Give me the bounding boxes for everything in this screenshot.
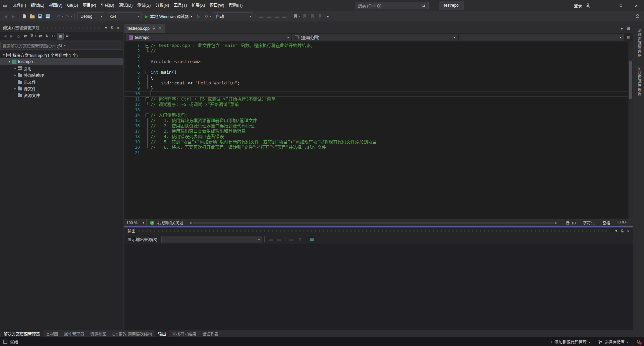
fold-collapse-icon[interactable] xyxy=(144,113,151,118)
tool-window-tab[interactable]: 解决方案资源管理器 xyxy=(1,330,43,337)
toggle-bookmark-icon[interactable] xyxy=(292,13,299,20)
horizontal-scrollbar[interactable]: ◀ ▶ xyxy=(188,219,559,226)
previous-message-icon[interactable] xyxy=(267,236,274,243)
menu-item[interactable]: 分析(N) xyxy=(153,0,171,11)
code-line[interactable]: 7{ xyxy=(124,75,628,80)
code-line[interactable]: 1// testrepo.cpp : 此文件包含 "main" 函数。程序执行将… xyxy=(124,43,628,48)
pin-icon[interactable] xyxy=(152,26,155,31)
code-line[interactable]: 20// 6. 将来，若要再次打开此项目，请转到“文件”>“打开”>“项目”并选… xyxy=(124,145,628,150)
next-message-icon[interactable] xyxy=(275,236,283,243)
indent-decrease-icon[interactable] xyxy=(258,13,265,20)
fold-collapse-icon[interactable] xyxy=(144,43,151,48)
vertical-scrollbar-thumb[interactable] xyxy=(629,61,632,99)
word-wrap-icon[interactable]: ¶ xyxy=(296,236,304,243)
menu-item[interactable]: 编辑(E) xyxy=(29,0,47,11)
close-icon[interactable]: × xyxy=(625,228,631,234)
next-bookmark-icon[interactable] xyxy=(309,13,316,20)
line-ending-indicator[interactable]: CRLF xyxy=(618,220,628,225)
pin-icon[interactable] xyxy=(109,25,115,31)
document-tab[interactable]: testrepo.cpp xyxy=(124,24,165,33)
code-line[interactable]: 16// 2. 使用团队资源管理器窗口连接到源代码管理 xyxy=(124,123,628,129)
menu-item[interactable]: 视图(V) xyxy=(47,0,65,11)
active-files-dropdown-icon[interactable]: ▾ xyxy=(619,25,625,31)
tool-window-tab[interactable]: 属性管理器 xyxy=(61,330,87,337)
forward-icon[interactable]: ▶ xyxy=(9,33,15,39)
member-dropdown[interactable]: ▾ xyxy=(459,34,624,41)
refresh-icon[interactable]: ↻ xyxy=(44,33,50,39)
nav-forward-icon[interactable]: ▶ xyxy=(10,13,17,20)
pending-changes-filter-icon[interactable]: ∇ xyxy=(29,33,35,39)
code-line[interactable]: 8 std::cout << "Hello World!\n"; xyxy=(124,80,628,86)
user-avatar-icon[interactable] xyxy=(585,3,590,8)
properties-icon[interactable]: ⚙ xyxy=(64,33,70,39)
tree-expand-icon[interactable]: ▹ xyxy=(13,87,18,90)
close-button[interactable] xyxy=(629,0,644,11)
tree-collapse-icon[interactable]: ▾ xyxy=(1,53,6,57)
chevron-down-icon[interactable]: ▾ xyxy=(613,228,619,234)
tree-expand-icon[interactable]: ▹ xyxy=(13,67,18,70)
menu-item[interactable]: 调试(D) xyxy=(117,0,135,11)
tool-window-tab[interactable]: 资源视图 xyxy=(87,330,109,337)
start-without-debugging-icon[interactable] xyxy=(195,13,202,20)
menu-item[interactable]: 项目(P) xyxy=(80,0,99,11)
comment-selection-icon[interactable] xyxy=(273,13,280,20)
chevron-down-icon[interactable]: ▾ xyxy=(64,44,120,47)
undo-icon[interactable]: ↶ xyxy=(55,13,62,20)
nav-backward-icon[interactable]: ◀ xyxy=(2,13,9,20)
code-line[interactable]: 10 xyxy=(124,91,628,96)
solution-explorer-header[interactable]: 解决方案资源管理器 ▾ × xyxy=(0,24,123,32)
select-repository-button[interactable]: 选择存储库 xyxy=(598,339,628,345)
split-window-icon[interactable]: ⊞ xyxy=(625,34,632,41)
tree-item[interactable]: ▾解决方案"testrepo"(1 个项目/共 1 个) xyxy=(0,52,123,58)
tree-item[interactable]: ▹源文件 xyxy=(0,85,123,92)
tree-expand-icon[interactable]: ▹ xyxy=(13,73,18,77)
back-icon[interactable]: ◀ xyxy=(2,33,8,39)
fold-collapse-icon[interactable] xyxy=(144,70,151,75)
menu-item[interactable]: 测试(S) xyxy=(135,0,153,11)
save-icon[interactable] xyxy=(36,13,44,20)
menu-item[interactable]: 帮助(H) xyxy=(227,0,245,11)
new-project-icon[interactable] xyxy=(21,13,28,20)
clear-bookmarks-icon[interactable] xyxy=(316,13,324,20)
previous-bookmark-icon[interactable] xyxy=(301,13,308,20)
code-line[interactable]: 13 xyxy=(124,107,628,113)
project-dropdown[interactable]: testrepo ▾ xyxy=(126,34,291,41)
tool-window-tab[interactable]: 类视图 xyxy=(43,330,61,337)
code-line[interactable]: 3 xyxy=(124,54,628,59)
menu-item[interactable]: 扩展(X) xyxy=(189,0,207,11)
quick-search-box[interactable]: 搜索 (Ctrl+Q) xyxy=(355,2,429,9)
close-icon[interactable] xyxy=(158,26,162,31)
code-line[interactable]: 11// 运行程序: Ctrl + F5 或调试 >“开始执行(不调试)”菜单 xyxy=(124,96,628,102)
bottom-panel-tab[interactable]: 查找符号结果 xyxy=(169,330,199,337)
solution-configuration-combo[interactable]: Debug ▾ xyxy=(77,12,104,20)
code-line[interactable]: 15// 1. 使用解决方案资源管理器窗口添加/管理文件 xyxy=(124,118,628,123)
close-icon[interactable]: × xyxy=(115,25,121,31)
fold-collapse-icon[interactable] xyxy=(144,96,151,102)
uncomment-selection-icon[interactable] xyxy=(281,13,288,20)
scope-dropdown[interactable]: (全局范围) ▾ xyxy=(292,34,457,41)
solution-explorer-search-box[interactable]: 搜索解决方案资源管理器(Ctrl+;) ▾ xyxy=(0,42,122,50)
pin-output-icon[interactable] xyxy=(309,236,316,243)
horizontal-scrollbar-track[interactable] xyxy=(193,221,554,224)
code-line[interactable]: 19// 5. 转到“项目”>“添加新项”以创建新的代码文件，或转到“项目”>“… xyxy=(124,139,628,145)
scroll-left-icon[interactable]: ◀ xyxy=(188,221,193,224)
maximize-button[interactable] xyxy=(613,0,629,11)
show-all-files-icon[interactable]: ▦ xyxy=(57,33,63,39)
collapse-all-icon[interactable]: ⊟ xyxy=(51,33,57,39)
right-dock-tab[interactable]: 团队资源管理器 xyxy=(637,65,642,97)
tree-item[interactable]: 资源文件 xyxy=(0,92,123,98)
column-indicator[interactable]: 字符: 1 xyxy=(583,220,595,225)
save-all-icon[interactable] xyxy=(44,13,51,20)
menu-item[interactable]: 文件(F) xyxy=(11,0,29,11)
code-line[interactable]: 2// xyxy=(124,48,628,54)
menu-item[interactable]: 窗口(W) xyxy=(207,0,226,11)
output-source-combo[interactable]: ▾ xyxy=(161,236,262,243)
bottom-panel-tab[interactable]: 输出 xyxy=(155,330,169,337)
add-to-source-control-button[interactable]: 添加到源代码管理 xyxy=(550,339,590,345)
home-icon[interactable]: ⌂ xyxy=(15,33,21,39)
tree-item[interactable]: ▾testrepo xyxy=(0,58,123,65)
code-line[interactable]: 18// 4. 使用错误列表窗口查看错误 xyxy=(124,134,628,139)
output-header[interactable]: 输出 ▾ × xyxy=(124,227,633,234)
toolbar-options-icon[interactable]: ▾ xyxy=(324,13,331,20)
menu-item[interactable]: Git(G) xyxy=(65,0,80,11)
